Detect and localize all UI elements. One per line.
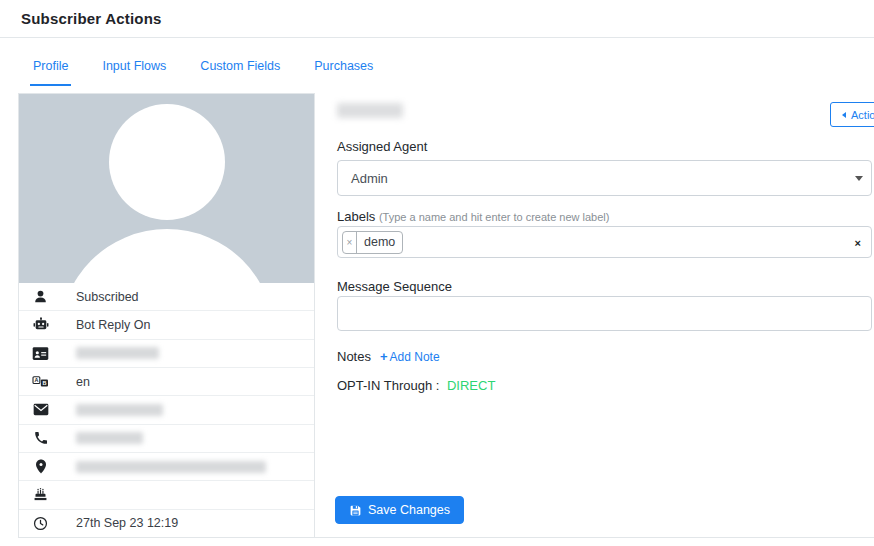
envelope-icon bbox=[32, 401, 49, 418]
list-item-address bbox=[19, 452, 314, 480]
save-changes-label: Save Changes bbox=[368, 503, 450, 517]
birthday-cake-icon bbox=[32, 486, 49, 503]
list-item-birthday bbox=[19, 480, 314, 508]
labels-hint: (Type a name and hit enter to create new… bbox=[379, 211, 610, 223]
add-note-label: Add Note bbox=[390, 350, 440, 364]
assigned-agent-select[interactable]: Admin bbox=[337, 160, 872, 196]
tab-profile[interactable]: Profile bbox=[30, 59, 71, 86]
redacted-email bbox=[76, 404, 163, 416]
tab-purchases[interactable]: Purchases bbox=[311, 59, 376, 86]
page-header: Subscriber Actions bbox=[0, 0, 874, 38]
actions-button-label: Actions bbox=[851, 109, 874, 121]
page-title: Subscriber Actions bbox=[21, 10, 162, 27]
svg-text:A: A bbox=[34, 377, 38, 383]
labels-label: Labels (Type a name and hit enter to cre… bbox=[337, 209, 609, 224]
clock-icon bbox=[32, 515, 49, 532]
tab-custom-fields[interactable]: Custom Fields bbox=[197, 59, 283, 86]
list-item-language: AB en bbox=[19, 367, 314, 395]
status-text: Subscribed bbox=[76, 290, 139, 304]
notes-label: Notes bbox=[337, 349, 371, 364]
notes-section: Notes + Add Note bbox=[337, 349, 440, 364]
save-changes-button[interactable]: Save Changes bbox=[335, 496, 464, 524]
plus-icon: + bbox=[380, 349, 388, 364]
list-item-subscribed-date: 27th Sep 23 12:19 bbox=[19, 509, 314, 537]
save-icon bbox=[349, 504, 362, 517]
bot-reply-text: Bot Reply On bbox=[76, 318, 150, 332]
add-note-button[interactable]: + Add Note bbox=[380, 349, 440, 364]
remove-label-icon[interactable]: × bbox=[343, 232, 357, 253]
assigned-agent-value: Admin bbox=[351, 171, 388, 186]
actions-button[interactable]: Actions bbox=[830, 102, 874, 127]
redacted-phone bbox=[76, 432, 143, 444]
avatar bbox=[19, 94, 314, 283]
tab-input-flows[interactable]: Input Flows bbox=[99, 59, 169, 86]
svg-text:B: B bbox=[42, 380, 46, 386]
subscriber-profile-card: Subscribed Bot Reply On AB en bbox=[18, 93, 315, 538]
redacted-name bbox=[76, 347, 159, 359]
optin-label: OPT-IN Through : bbox=[337, 378, 439, 393]
label-chip-text: demo bbox=[357, 232, 402, 253]
id-card-icon bbox=[32, 345, 49, 362]
optin-through: OPT-IN Through : DIRECT bbox=[337, 378, 495, 393]
subscriber-detail-form: Actions Assigned Agent Admin Labels (Typ… bbox=[330, 93, 874, 538]
user-icon bbox=[32, 288, 49, 305]
assigned-agent-label: Assigned Agent bbox=[337, 139, 427, 154]
list-item-phone bbox=[19, 424, 314, 452]
language-icon: AB bbox=[32, 373, 49, 390]
optin-value: DIRECT bbox=[447, 378, 495, 393]
labels-tag-input[interactable]: × demo × bbox=[337, 226, 872, 258]
subscribed-date-text: 27th Sep 23 12:19 bbox=[76, 516, 178, 530]
chevron-down-icon bbox=[855, 176, 863, 181]
message-sequence-input[interactable] bbox=[337, 296, 872, 331]
robot-icon bbox=[32, 316, 49, 333]
location-pin-icon bbox=[32, 458, 49, 475]
language-text: en bbox=[76, 375, 90, 389]
avatar-shoulders-shape bbox=[60, 229, 274, 283]
caret-left-icon bbox=[842, 112, 846, 118]
label-chip: × demo bbox=[342, 231, 403, 254]
list-item-status: Subscribed bbox=[19, 283, 314, 310]
tab-bar: Profile Input Flows Custom Fields Purcha… bbox=[0, 39, 874, 86]
content-bottom-divider bbox=[18, 537, 874, 538]
subscriber-info-list: Subscribed Bot Reply On AB en bbox=[19, 283, 314, 537]
list-item-name bbox=[19, 339, 314, 367]
clear-labels-icon[interactable]: × bbox=[855, 235, 861, 251]
message-sequence-label: Message Sequence bbox=[337, 279, 452, 294]
avatar-head-shape bbox=[109, 104, 225, 220]
redacted-subscriber-name bbox=[337, 103, 403, 118]
redacted-address bbox=[76, 461, 266, 473]
list-item-bot-reply: Bot Reply On bbox=[19, 310, 314, 338]
subscriber-actions-page: Subscriber Actions Profile Input Flows C… bbox=[0, 0, 874, 546]
phone-icon bbox=[32, 430, 49, 447]
list-item-email bbox=[19, 395, 314, 423]
